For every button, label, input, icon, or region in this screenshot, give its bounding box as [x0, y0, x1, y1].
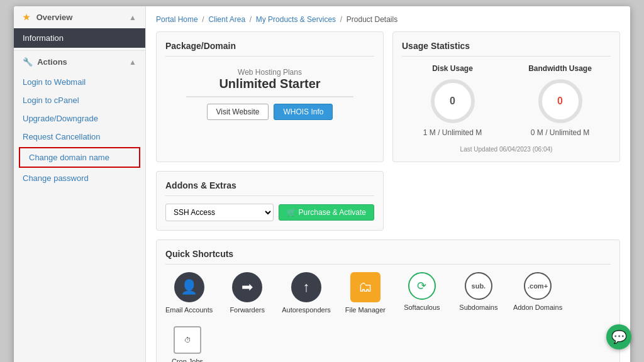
sidebar-item-information[interactable]: Information: [14, 28, 145, 48]
softaculous-label: Softaculous: [404, 304, 440, 311]
star-icon: ★: [23, 13, 30, 22]
softaculous-icon: ⟳: [408, 272, 436, 300]
file-manager-icon: 🗂: [350, 272, 380, 302]
divider: [186, 96, 353, 97]
file-manager-label: File Manager: [345, 306, 386, 314]
sidebar-link-webmail[interactable]: Login to Webmail: [14, 73, 145, 91]
bandwidth-gauge-wrapper: 0: [509, 79, 611, 123]
purchase-label: Purchase & Activate: [299, 208, 366, 217]
email-accounts-label: Email Accounts: [165, 306, 213, 314]
chevron-up-icon2: ▲: [129, 58, 136, 67]
breadcrumb-products[interactable]: My Products & Services: [256, 15, 336, 24]
usage-grid: Disk Usage 0 1 M / Unlimited M Bandwidth…: [402, 64, 611, 153]
disk-label: Disk Usage: [402, 64, 503, 73]
shortcut-cron-jobs[interactable]: ⏱ Cron Jobs: [165, 326, 209, 362]
whois-button[interactable]: WHOIS Info: [274, 104, 333, 120]
disk-value: 0: [450, 96, 455, 107]
usage-stats-title: Usage Statistics: [402, 41, 611, 57]
information-label: Information: [23, 33, 64, 43]
overview-label: Overview: [36, 13, 73, 22]
sidebar-overview-section: ★ Overview ▲ Information: [14, 6, 145, 51]
sidebar-link-cpanel[interactable]: Login to cPanel: [14, 91, 145, 109]
addon-domains-icon: .com+: [524, 272, 552, 300]
bandwidth-value: 0: [557, 96, 563, 107]
addons-title: Addons & Extras: [165, 180, 374, 196]
shortcuts-card: Quick Shortcuts 👤 Email Accounts ➡ Forwa…: [156, 239, 620, 362]
sidebar-link-upgrade[interactable]: Upgrade/Downgrade: [14, 109, 145, 128]
disk-gauge: 0: [431, 79, 475, 123]
package-domain-title: Package/Domain: [165, 41, 374, 57]
sidebar-link-change-domain[interactable]: Change domain name: [19, 147, 140, 168]
cron-jobs-icon: ⏱: [174, 326, 201, 354]
breadcrumb: Portal Home / Client Area / My Products …: [156, 13, 620, 24]
addons-select[interactable]: SSH Access: [165, 204, 274, 221]
sidebar-link-change-password[interactable]: Change password: [14, 169, 145, 187]
wrench-icon: 🔧: [23, 57, 33, 67]
shortcut-file-manager[interactable]: 🗂 File Manager: [343, 272, 387, 314]
plan-name: Unlimited Starter: [165, 77, 374, 91]
package-domain-card: Package/Domain Web Hosting Plans Unlimit…: [156, 31, 384, 162]
package-subtitle: Web Hosting Plans: [165, 68, 374, 77]
main-content: Portal Home / Client Area / My Products …: [146, 6, 630, 362]
shortcut-subdomains[interactable]: sub. Subdomains: [457, 272, 501, 314]
package-buttons: Visit Website WHOIS Info: [165, 104, 374, 120]
subdomains-label: Subdomains: [459, 304, 497, 311]
sidebar-actions-section: 🔧 Actions ▲ Login to Webmail Login to cP…: [14, 51, 145, 190]
shortcuts-title: Quick Shortcuts: [165, 249, 611, 265]
subdomains-icon: sub.: [465, 272, 492, 300]
usage-stats-card: Usage Statistics Disk Usage 0 1 M / Unli…: [392, 31, 620, 162]
content-grid: Package/Domain Web Hosting Plans Unlimit…: [156, 31, 620, 362]
disk-usage-section: Disk Usage 0 1 M / Unlimited M: [402, 64, 503, 137]
shortcut-forwarders[interactable]: ➡ Forwarders: [225, 272, 269, 314]
actions-label: Actions: [37, 57, 67, 67]
cron-jobs-label: Cron Jobs: [172, 358, 203, 362]
forwarders-icon: ➡: [232, 272, 262, 302]
bandwidth-gauge: 0: [538, 79, 582, 123]
addon-domains-label: Addon Domains: [513, 304, 562, 311]
main-window: ★ Overview ▲ Information 🔧 Actions ▲ Log…: [14, 6, 630, 362]
addons-row: SSH Access 🛒 Purchase & Activate: [165, 204, 374, 221]
chat-button[interactable]: 💬: [606, 324, 631, 349]
shortcut-autoresponders[interactable]: ↑ Autoresponders: [282, 272, 331, 314]
sidebar-link-cancel[interactable]: Request Cancellation: [14, 128, 145, 146]
sidebar-overview-header[interactable]: ★ Overview ▲: [14, 6, 145, 28]
last-updated: Last Updated 06/04/2023 (06:04): [402, 146, 611, 153]
package-info: Web Hosting Plans Unlimited Starter Visi…: [165, 64, 374, 124]
email-accounts-icon: 👤: [174, 272, 204, 302]
visit-website-button[interactable]: Visit Website: [207, 104, 269, 120]
forwarders-label: Forwarders: [230, 306, 265, 314]
addons-card: Addons & Extras SSH Access 🛒 Purchase & …: [156, 171, 384, 231]
bandwidth-amount: 0 M / Unlimited M: [509, 128, 611, 137]
chat-icon: 💬: [611, 329, 627, 344]
autoresponders-icon: ↑: [291, 272, 321, 302]
sidebar: ★ Overview ▲ Information 🔧 Actions ▲ Log…: [14, 6, 146, 362]
breadcrumb-active: Product Details: [347, 15, 397, 24]
autoresponders-label: Autoresponders: [282, 306, 331, 314]
disk-gauge-wrapper: 0: [402, 79, 503, 123]
bandwidth-usage-section: Bandwidth Usage 0 0 M / Unlimited M: [509, 64, 611, 137]
shortcut-softaculous[interactable]: ⟳ Softaculous: [400, 272, 444, 314]
breadcrumb-client[interactable]: Client Area: [208, 15, 245, 24]
shortcuts-grid: 👤 Email Accounts ➡ Forwarders ↑ Autoresp…: [165, 272, 611, 362]
chevron-up-icon: ▲: [129, 13, 136, 22]
sidebar-actions-header[interactable]: 🔧 Actions ▲: [14, 51, 145, 73]
disk-amount: 1 M / Unlimited M: [402, 128, 503, 137]
purchase-activate-button[interactable]: 🛒 Purchase & Activate: [279, 204, 374, 221]
breadcrumb-portal[interactable]: Portal Home: [156, 15, 198, 24]
shortcut-email-accounts[interactable]: 👤 Email Accounts: [165, 272, 213, 314]
shortcut-addon-domains[interactable]: .com+ Addon Domains: [513, 272, 562, 314]
bandwidth-label: Bandwidth Usage: [509, 64, 611, 73]
